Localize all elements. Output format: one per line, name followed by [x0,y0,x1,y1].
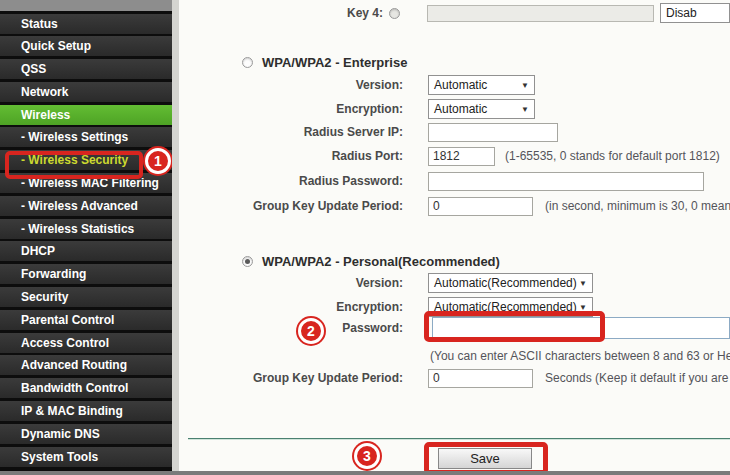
sidebar-item-quick-setup[interactable]: Quick Setup [0,36,172,56]
enterprise-gkup-label: Group Key Update Period: [179,199,403,213]
key4-input[interactable] [427,5,654,22]
personal-version-value: Automatic(Recommended) [434,276,577,290]
sidebar-item-dhcp[interactable]: DHCP [0,241,172,261]
sidebar-item-wireless-mac-filtering[interactable]: - Wireless MAC Filtering [0,173,172,193]
enterprise-encryption-select[interactable]: Automatic ▼ [428,99,535,119]
personal-gkup-note: Seconds (Keep it default if you are no [545,371,730,385]
personal-password-label: Password: [179,321,403,335]
wpa-personal-radio[interactable] [242,256,253,267]
enterprise-encryption-label: Encryption: [179,102,403,116]
sidebar-item-access-control[interactable]: Access Control [0,333,172,353]
password-note-row: (You can enter ASCII characters between … [179,345,730,367]
radius-port-row: Radius Port: (1-65535, 0 stands for defa… [179,145,730,167]
wpa-enterprise-heading: WPA/WPA2 - Enterprise [262,55,407,70]
radius-password-label: Radius Password: [179,174,403,188]
sidebar-item-dynamic-dns[interactable]: Dynamic DNS [0,424,172,444]
wpa-enterprise-heading-row: WPA/WPA2 - Enterprise [179,51,730,73]
wifi-password-input[interactable] [432,317,730,339]
wpa-enterprise-radio[interactable] [242,57,253,68]
chevron-down-icon: ▼ [521,81,529,90]
sidebar-item-wireless-statistics[interactable]: - Wireless Statistics [0,219,172,239]
sidebar-item-ip-mac-binding[interactable]: IP & MAC Binding [0,401,172,421]
annotation-step-2-badge: 2 [298,318,324,344]
radius-port-label: Radius Port: [179,149,403,163]
enterprise-gkup-note: (in second, minimum is 30, 0 means n [545,199,730,213]
sidebar-item-wireless-settings[interactable]: - Wireless Settings [0,127,172,147]
radius-port-note: (1-65535, 0 stands for default port 1812… [505,149,720,163]
sidebar-item-security[interactable]: Security [0,287,172,307]
key4-label: Key 4: [179,6,383,20]
enterprise-gkup-input[interactable] [428,197,533,216]
chevron-down-icon: ▼ [579,279,587,288]
enterprise-version-value: Automatic [434,78,487,92]
enterprise-version-label: Version: [179,78,403,92]
personal-encryption-value: Automatic(Recommended) [434,300,577,314]
sidebar-item-wireless[interactable]: Wireless [0,105,172,125]
sidebar-item-network[interactable]: Network [0,82,172,102]
sidebar-top-strip [0,0,172,11]
wpa-personal-heading-row: WPA/WPA2 - Personal(Recommended) [179,250,730,272]
sidebar-nav: Status Quick Setup QSS Network Wireless … [0,0,172,475]
enterprise-encryption-value: Automatic [434,102,487,116]
sidebar-item-bandwidth-control[interactable]: Bandwidth Control [0,378,172,398]
personal-password-row: Password: [179,316,730,340]
sidebar-item-wireless-advanced[interactable]: - Wireless Advanced [0,196,172,216]
radius-ip-label: Radius Server IP: [179,125,403,139]
key4-radio[interactable] [389,8,400,19]
footer-divider [188,438,730,440]
personal-version-row: Version: Automatic(Recommended) ▼ [179,272,730,294]
key4-type-value: Disab [666,6,697,20]
enterprise-version-row: Version: Automatic ▼ [179,74,730,96]
password-note: (You can enter ASCII characters between … [430,349,730,363]
screenshot-bottom-edge [0,471,730,475]
enterprise-encryption-row: Encryption: Automatic ▼ [179,98,730,120]
personal-encryption-select[interactable]: Automatic(Recommended) ▼ [428,297,593,317]
personal-encryption-row: Encryption: Automatic(Recommended) ▼ [179,296,730,318]
wireless-security-form: Key 4: Disab WPA/WPA2 - Enterprise Versi… [179,0,730,475]
chevron-down-icon: ▼ [579,303,587,312]
radius-password-row: Radius Password: [179,170,730,192]
personal-encryption-label: Encryption: [179,300,403,314]
sidebar-item-advanced-routing[interactable]: Advanced Routing [0,355,172,375]
personal-version-label: Version: [179,276,403,290]
radius-port-input[interactable] [428,147,495,166]
key4-row: Key 4: Disab [179,2,730,24]
sidebar-item-system-tools[interactable]: System Tools [0,447,172,467]
radius-password-input[interactable] [428,172,704,191]
radius-ip-input[interactable] [428,123,558,142]
sidebar-item-parental-control[interactable]: Parental Control [0,310,172,330]
enterprise-gkup-row: Group Key Update Period: (in second, min… [179,195,730,217]
personal-gkup-input[interactable] [428,369,533,388]
chevron-down-icon: ▼ [521,105,529,114]
enterprise-version-select[interactable]: Automatic ▼ [428,75,535,95]
personal-gkup-row: Group Key Update Period: Seconds (Keep i… [179,367,730,389]
sidebar-menu: Status Quick Setup QSS Network Wireless … [0,11,172,467]
radius-ip-row: Radius Server IP: [179,121,730,143]
annotation-step-3-badge: 3 [354,443,380,469]
key4-type-select[interactable]: Disab [660,3,730,23]
annotation-step-1-badge: 1 [145,148,171,174]
sidebar-item-forwarding[interactable]: Forwarding [0,264,172,284]
save-button[interactable]: Save [438,448,532,469]
sidebar-item-status[interactable]: Status [0,14,172,34]
personal-gkup-label: Group Key Update Period: [179,371,403,385]
personal-version-select[interactable]: Automatic(Recommended) ▼ [428,273,593,293]
sidebar-item-qss[interactable]: QSS [0,59,172,79]
wpa-personal-heading: WPA/WPA2 - Personal(Recommended) [262,254,500,269]
sidebar-content-divider [172,0,179,475]
